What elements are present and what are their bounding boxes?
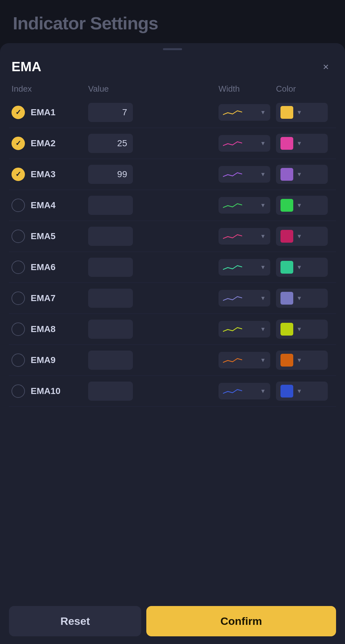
value-cell-ema7: [88, 289, 218, 308]
table-row: EMA5▼▼: [9, 221, 336, 252]
close-icon: ×: [323, 61, 329, 73]
width-dropdown-ema3[interactable]: ▼: [218, 166, 270, 183]
line-preview-ema4: [223, 200, 257, 210]
width-dropdown-ema8[interactable]: ▼: [218, 321, 270, 337]
color-dropdown-ema8[interactable]: ▼: [276, 320, 328, 339]
color-dropdown-ema10[interactable]: ▼: [276, 382, 328, 401]
color-cell-ema7: ▼: [276, 289, 334, 308]
width-chevron-ema7: ▼: [260, 295, 266, 302]
color-dropdown-ema4[interactable]: ▼: [276, 196, 328, 215]
width-dropdown-ema6[interactable]: ▼: [218, 259, 270, 276]
line-preview-ema1: [223, 107, 257, 117]
value-input-ema5[interactable]: [88, 227, 133, 246]
ema-label-cell-ema1: EMA1: [12, 106, 88, 119]
color-dropdown-ema2[interactable]: ▼: [276, 134, 328, 153]
width-chevron-ema1: ▼: [260, 109, 266, 116]
width-dropdown-ema10[interactable]: ▼: [218, 383, 270, 399]
header-color: Color: [276, 84, 334, 94]
checkbox-ema4[interactable]: [12, 199, 25, 212]
color-chevron-ema9: ▼: [296, 357, 302, 364]
checkbox-ema10[interactable]: [12, 384, 25, 398]
value-input-ema1[interactable]: [88, 103, 133, 122]
width-chevron-ema8: ▼: [260, 326, 266, 333]
color-dropdown-ema6[interactable]: ▼: [276, 258, 328, 277]
width-dropdown-ema2[interactable]: ▼: [218, 135, 270, 152]
width-cell-ema7: ▼: [218, 290, 276, 307]
checkbox-ema5[interactable]: [12, 230, 25, 243]
width-cell-ema10: ▼: [218, 383, 276, 399]
close-button[interactable]: ×: [318, 59, 334, 74]
reset-button[interactable]: Reset: [9, 606, 141, 636]
title-area: Indicator Settings: [0, 0, 345, 43]
checkbox-ema7[interactable]: [12, 292, 25, 305]
value-input-ema4[interactable]: [88, 196, 133, 215]
value-input-ema2[interactable]: [88, 134, 133, 153]
width-dropdown-ema7[interactable]: ▼: [218, 290, 270, 307]
value-cell-ema6: [88, 258, 218, 277]
table-body: EMA1▼▼EMA2▼▼EMA3▼▼EMA4▼▼EMA5▼▼EMA6▼▼EMA7…: [0, 97, 345, 598]
value-cell-ema8: [88, 320, 218, 339]
value-input-ema10[interactable]: [88, 382, 133, 401]
ema-label-cell-ema4: EMA4: [12, 199, 88, 212]
checkbox-ema3[interactable]: [12, 168, 25, 181]
color-swatch-ema9: [280, 354, 293, 367]
value-input-ema3[interactable]: [88, 165, 133, 184]
width-dropdown-ema1[interactable]: ▼: [218, 104, 270, 121]
checkbox-ema8[interactable]: [12, 322, 25, 336]
value-input-ema6[interactable]: [88, 258, 133, 277]
value-cell-ema2: [88, 134, 218, 153]
width-dropdown-ema9[interactable]: ▼: [218, 352, 270, 368]
line-preview-ema9: [223, 355, 257, 365]
confirm-button[interactable]: Confirm: [146, 606, 336, 636]
line-preview-ema7: [223, 293, 257, 303]
ema-label-cell-ema2: EMA2: [12, 137, 88, 150]
color-dropdown-ema1[interactable]: ▼: [276, 103, 328, 122]
color-cell-ema9: ▼: [276, 351, 334, 370]
value-input-ema8[interactable]: [88, 320, 133, 339]
width-chevron-ema9: ▼: [260, 357, 266, 364]
drag-handle[interactable]: [163, 48, 182, 50]
modal-footer: Reset Confirm: [0, 598, 345, 644]
width-dropdown-ema4[interactable]: ▼: [218, 197, 270, 214]
color-swatch-ema1: [280, 106, 293, 119]
checkbox-ema2[interactable]: [12, 137, 25, 150]
ema-name-ema4: EMA4: [31, 200, 56, 210]
width-dropdown-ema5[interactable]: ▼: [218, 228, 270, 245]
color-dropdown-ema3[interactable]: ▼: [276, 165, 328, 184]
checkbox-ema6[interactable]: [12, 261, 25, 274]
color-cell-ema1: ▼: [276, 103, 334, 122]
table-row: EMA8▼▼: [9, 314, 336, 345]
checkbox-ema9[interactable]: [12, 353, 25, 367]
color-dropdown-ema7[interactable]: ▼: [276, 289, 328, 308]
ema-name-ema7: EMA7: [31, 293, 56, 303]
ema-name-ema8: EMA8: [31, 324, 56, 334]
color-swatch-ema7: [280, 292, 293, 305]
value-cell-ema5: [88, 227, 218, 246]
ema-label-cell-ema10: EMA10: [12, 384, 88, 398]
width-chevron-ema3: ▼: [260, 171, 266, 178]
width-chevron-ema10: ▼: [260, 388, 266, 395]
width-cell-ema9: ▼: [218, 352, 276, 368]
color-chevron-ema1: ▼: [296, 109, 302, 116]
color-dropdown-ema9[interactable]: ▼: [276, 351, 328, 370]
table-row: EMA9▼▼: [9, 345, 336, 376]
color-chevron-ema2: ▼: [296, 140, 302, 147]
value-cell-ema4: [88, 196, 218, 215]
value-cell-ema3: [88, 165, 218, 184]
color-chevron-ema5: ▼: [296, 233, 302, 240]
header-index: Index: [12, 84, 88, 94]
color-chevron-ema10: ▼: [296, 388, 302, 395]
color-dropdown-ema5[interactable]: ▼: [276, 227, 328, 246]
color-cell-ema6: ▼: [276, 258, 334, 277]
width-chevron-ema2: ▼: [260, 140, 266, 147]
color-cell-ema2: ▼: [276, 134, 334, 153]
ema-label-cell-ema3: EMA3: [12, 168, 88, 181]
color-swatch-ema6: [280, 261, 293, 274]
width-chevron-ema6: ▼: [260, 264, 266, 271]
value-input-ema9[interactable]: [88, 351, 133, 370]
checkbox-ema1[interactable]: [12, 106, 25, 119]
value-input-ema7[interactable]: [88, 289, 133, 308]
width-cell-ema4: ▼: [218, 197, 276, 214]
value-cell-ema10: [88, 382, 218, 401]
width-chevron-ema4: ▼: [260, 202, 266, 209]
